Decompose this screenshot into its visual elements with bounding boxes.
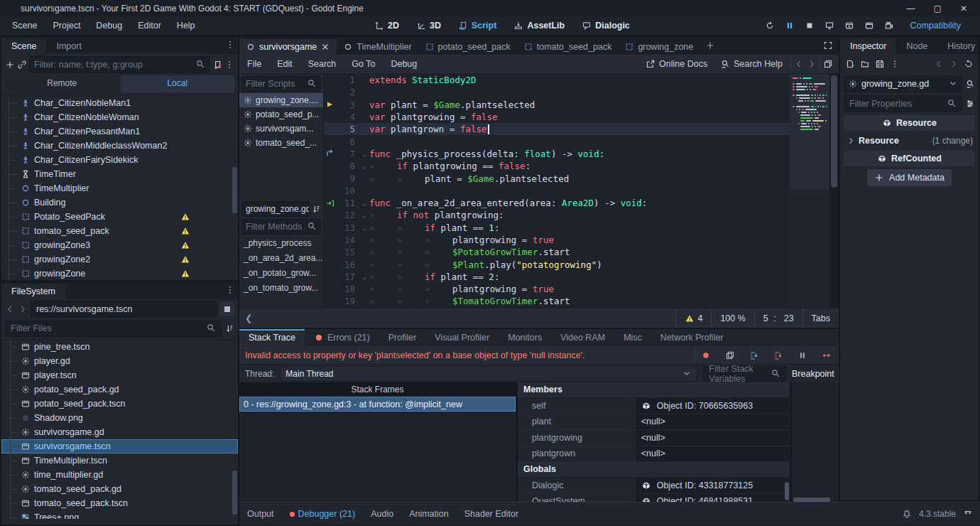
play-custom-scene-button[interactable] bbox=[861, 18, 878, 33]
code-line-3[interactable]: 3var plant = $Game.plantselected bbox=[324, 99, 839, 111]
debugger-tab-stack-trace[interactable]: Stack Trace bbox=[239, 329, 305, 346]
expand-editor-button[interactable] bbox=[823, 41, 839, 52]
variable-row-plant[interactable]: plant<null> bbox=[518, 414, 790, 431]
fold-chevron-icon[interactable]: ⌄ bbox=[359, 150, 369, 158]
filter-methods-input[interactable]: Filter Methods bbox=[241, 219, 321, 235]
scene-filter-input[interactable]: Filter: name, t:type, g:group bbox=[29, 56, 210, 73]
code-line-13[interactable]: 13⌄»»if plant == 1: bbox=[324, 222, 839, 234]
scene-node-Char_CitizenFairySidekick[interactable]: Char_CitizenFairySidekick bbox=[1, 153, 238, 167]
fold-chevron-icon[interactable]: ⌄ bbox=[359, 199, 369, 207]
menu-debug[interactable]: Debug bbox=[88, 21, 130, 31]
bottom-panel-animation[interactable]: Animation bbox=[401, 509, 457, 519]
file-tomato_seed_pack.gd[interactable]: tomato_seed_pack.gd bbox=[1, 482, 238, 496]
renderer-select[interactable]: Compatibility bbox=[910, 21, 974, 31]
chevron-left-icon[interactable] bbox=[794, 59, 804, 69]
code-scrollbar[interactable] bbox=[829, 74, 839, 308]
code-line-18[interactable]: 18»»»plantgrowing = true bbox=[324, 283, 839, 295]
vdots-icon[interactable] bbox=[890, 59, 900, 69]
file-potato_seed_pack.tscn[interactable]: potato_seed_pack.tscn bbox=[1, 397, 238, 411]
remote-debug-button[interactable] bbox=[821, 18, 838, 33]
tune-icon[interactable] bbox=[965, 99, 975, 109]
scene-node-Potato_SeedPack[interactable]: Potato_SeedPack bbox=[1, 210, 238, 224]
film-badge-icon[interactable] bbox=[194, 240, 204, 250]
warning[interactable] bbox=[180, 212, 190, 222]
file-time_multiplier.gd[interactable]: time_multiplier.gd bbox=[1, 468, 238, 482]
edited-resource-dropdown[interactable]: growing_zone.gd bbox=[844, 75, 962, 92]
file-list-scrollbar[interactable] bbox=[232, 471, 237, 515]
code-line-7[interactable]: 7⌄func _physics_process(delta: float) ->… bbox=[324, 148, 839, 160]
filter-properties-input[interactable]: Filter Properties bbox=[844, 95, 962, 112]
file-tomato_seed_pack.tscn[interactable]: tomato_seed_pack.tscn bbox=[1, 496, 238, 510]
fold-chevron-icon[interactable]: ⌄ bbox=[359, 211, 369, 219]
script-menu-search[interactable]: Search bbox=[300, 59, 344, 69]
editor-zoom[interactable]: 100 % bbox=[711, 308, 753, 328]
play-scene-button[interactable] bbox=[841, 18, 858, 33]
debugger-tab-video-ram[interactable]: Video RAM bbox=[551, 329, 614, 346]
scene-node-Char_CitizenPeasantMan1[interactable]: Char_CitizenPeasantMan1 bbox=[1, 124, 238, 139]
reload-button[interactable] bbox=[761, 18, 778, 33]
fold-chevron-icon[interactable]: ⌄ bbox=[359, 273, 369, 281]
resource-property-row[interactable]: Resource(1 change) bbox=[840, 132, 979, 149]
scene-tree-scrollbar[interactable] bbox=[232, 167, 237, 213]
filter-stack-variables-input[interactable]: Filter Stack Variables bbox=[703, 366, 786, 382]
chevron-right-icon[interactable] bbox=[18, 304, 28, 314]
code-line-1[interactable]: 1extends StaticBody2D bbox=[324, 74, 839, 86]
debugger-tab-misc[interactable]: Misc bbox=[614, 329, 651, 346]
copy-icon[interactable] bbox=[725, 350, 735, 360]
code-line-16[interactable]: 16»»»$Plant.play("potatogrowing") bbox=[324, 258, 839, 270]
script-badge-icon[interactable] bbox=[207, 226, 217, 236]
sort-icon[interactable] bbox=[311, 204, 321, 214]
debugger-tab-errors-21-[interactable]: Errors (21) bbox=[305, 329, 379, 346]
variable-row-plantgrown[interactable]: plantgrown<null> bbox=[518, 446, 790, 463]
section-refcounted[interactable]: RefCounted bbox=[844, 151, 975, 166]
minimize-button[interactable]: — bbox=[907, 4, 915, 14]
path-bar[interactable]: res://survivorsgame.tscn bbox=[31, 301, 217, 318]
script-menu-file[interactable]: File bbox=[239, 59, 269, 69]
file-survivorsgame.tscn[interactable]: survivorsgame.tscn bbox=[1, 439, 238, 453]
code-line-17[interactable]: 17⌄»»if plant == 2: bbox=[324, 271, 839, 283]
code-line-8[interactable]: 8⌄»if plantgrowing == false: bbox=[324, 160, 839, 172]
workspace-assetlib[interactable]: AssetLib bbox=[507, 16, 571, 35]
percent-badge-icon[interactable] bbox=[207, 169, 217, 179]
stack-frame-row[interactable]: 0 - res://growing_zone.gd:3 - at functio… bbox=[239, 397, 516, 412]
local-tab[interactable]: Local bbox=[121, 75, 235, 92]
bottom-panel-debugger-21-[interactable]: Debugger (21) bbox=[282, 509, 364, 519]
eye-badge-icon[interactable] bbox=[221, 127, 231, 136]
eye-badge-icon[interactable] bbox=[221, 198, 231, 208]
menu-scene[interactable]: Scene bbox=[4, 21, 45, 31]
variable-row-Dialogic[interactable]: DialogicObject ID: 43318773125 bbox=[518, 478, 790, 494]
script-item-growing_zone[interactable]: growing_zone.... bbox=[239, 93, 323, 107]
indent-type[interactable]: Tabs bbox=[802, 308, 839, 328]
film-badge-icon[interactable] bbox=[207, 127, 217, 136]
eye-badge-icon[interactable] bbox=[221, 254, 231, 264]
workspace-3d[interactable]: 3D bbox=[410, 16, 447, 35]
bottom-panel-shader-editor[interactable]: Shader Editor bbox=[457, 509, 526, 519]
scene-node-growingZone2[interactable]: growingZone2 bbox=[1, 252, 238, 267]
split-view-icon[interactable] bbox=[222, 304, 232, 314]
bell-icon[interactable] bbox=[902, 509, 912, 519]
break-icon[interactable] bbox=[701, 350, 711, 360]
variable-row-self[interactable]: selfObject ID: 70665635963 bbox=[518, 398, 790, 414]
tab-scene[interactable]: Scene bbox=[1, 38, 46, 54]
scene-node-Building[interactable]: Building bbox=[1, 195, 238, 210]
scene-tab-TimeMultiplier[interactable]: TimeMultiplier bbox=[337, 39, 418, 55]
code-line-6[interactable]: 6 bbox=[324, 135, 839, 147]
method-item-_on_potato_grow[interactable]: _on_potato_grow... bbox=[239, 266, 323, 281]
scene-node-TimeMultiplier[interactable]: TimeMultiplier bbox=[1, 181, 238, 195]
file-player.gd[interactable]: player.gd bbox=[1, 354, 238, 368]
scene-node-growingZone[interactable]: growingZone bbox=[1, 267, 238, 281]
scene-tab-growing_zone[interactable]: growing_zone bbox=[618, 39, 699, 55]
fold-chevron-icon[interactable]: ⌄ bbox=[359, 162, 369, 170]
remote-tab[interactable]: Remote bbox=[5, 75, 119, 92]
signal-badge-icon[interactable] bbox=[221, 169, 231, 179]
warnings-count[interactable]: 4 bbox=[675, 308, 711, 328]
eye-badge-icon[interactable] bbox=[221, 226, 231, 236]
scene-node-Char_CitizenNobleWoman[interactable]: Char_CitizenNobleWoman bbox=[1, 110, 238, 124]
file-Shadow.png[interactable]: Shadow.png bbox=[1, 411, 238, 425]
scene-node-Char_CitizenNobleMan1[interactable]: Char_CitizenNobleMan1 bbox=[1, 96, 238, 110]
method-item-_on_tomato_grow[interactable]: _on_tomato_grow... bbox=[239, 281, 323, 296]
file-TimeMultiplier.tscn[interactable]: TimeMultiplier.tscn bbox=[1, 453, 238, 468]
chevron-right-icon[interactable] bbox=[807, 59, 817, 69]
vdots-icon[interactable] bbox=[224, 60, 234, 70]
script-menu-debug[interactable]: Debug bbox=[383, 59, 425, 69]
